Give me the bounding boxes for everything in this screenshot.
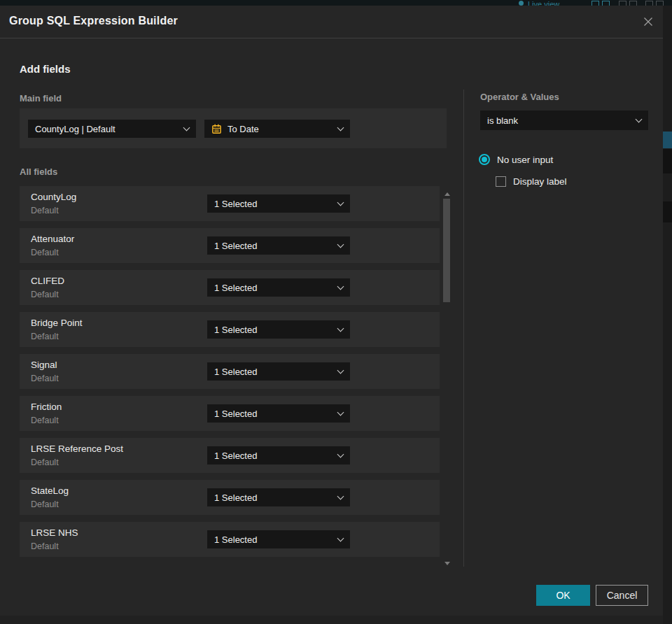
live-view-dot-icon (519, 1, 524, 6)
no-user-input-label: No user input (497, 155, 553, 165)
field-row-clifed: CLIFED Default 1 Selected (20, 270, 440, 305)
selected-count: 1 Selected (214, 199, 257, 209)
live-view-label: Live view (528, 0, 559, 6)
panel-toggle-icon[interactable] (645, 1, 653, 6)
field-name: CountyLog (31, 192, 76, 202)
field-name: LRSE Reference Post (31, 444, 123, 454)
field-sublabel: Default (31, 416, 59, 425)
chevron-down-icon (337, 367, 344, 374)
chevron-down-icon (337, 199, 344, 206)
main-field-panel: CountyLog | Default To Date (20, 108, 447, 148)
checkbox-unchecked-icon (496, 176, 506, 187)
field-selected-dropdown[interactable]: 1 Selected (207, 404, 350, 423)
calendar-date-icon (211, 124, 222, 134)
scrollbar-up-arrow[interactable] (444, 192, 450, 196)
chevron-down-icon (337, 492, 344, 499)
selected-count: 1 Selected (214, 492, 257, 503)
scrollbar-down-arrow[interactable] (444, 562, 450, 565)
field-selected-dropdown[interactable]: 1 Selected (207, 236, 350, 255)
all-fields-label: All fields (20, 166, 57, 177)
panel-toggle-icon[interactable] (602, 1, 610, 6)
display-label-checkbox-option[interactable]: Display label (496, 176, 567, 187)
close-button[interactable] (640, 15, 656, 30)
chevron-down-icon (337, 283, 344, 290)
field-sublabel: Default (31, 374, 59, 383)
main-field-layer-value: CountyLog | Default (35, 124, 115, 134)
field-row-statelog: StateLog Default 1 Selected (20, 480, 440, 515)
chevron-down-icon (337, 124, 344, 131)
main-field-layer-dropdown[interactable]: CountyLog | Default (28, 120, 196, 138)
selected-count: 1 Selected (214, 325, 257, 335)
field-selected-dropdown[interactable]: 1 Selected (207, 530, 350, 548)
main-field-field-dropdown[interactable]: To Date (204, 120, 350, 138)
field-selected-dropdown[interactable]: 1 Selected (207, 278, 350, 297)
field-selected-dropdown[interactable]: 1 Selected (207, 194, 350, 213)
radio-selected-icon (479, 154, 490, 165)
selected-count: 1 Selected (214, 451, 257, 461)
selected-count: 1 Selected (214, 534, 257, 545)
field-name: Signal (31, 360, 57, 370)
chevron-down-icon (636, 115, 643, 122)
field-selected-dropdown[interactable]: 1 Selected (207, 446, 350, 465)
field-row-attenuator: Attenuator Default 1 Selected (20, 228, 440, 263)
dialog-titlebar: Group SQL Expression Builder (0, 6, 663, 38)
field-row-lrse-nhs: LRSE NHS Default 1 Selected (20, 522, 440, 557)
chevron-down-icon (337, 409, 344, 416)
main-field-label: Main field (20, 93, 62, 104)
field-name: Friction (31, 402, 62, 412)
field-selected-dropdown[interactable]: 1 Selected (207, 320, 350, 339)
field-sublabel: Default (31, 458, 59, 467)
field-sublabel: Default (31, 541, 59, 551)
selected-count: 1 Selected (214, 283, 257, 293)
chevron-down-icon (183, 124, 190, 131)
operator-dropdown[interactable]: is blank (480, 111, 648, 130)
main-field-field-value: To Date (227, 124, 259, 134)
field-sublabel: Default (31, 248, 59, 257)
field-sublabel: Default (31, 332, 59, 341)
dialog-title: Group SQL Expression Builder (9, 15, 178, 27)
field-selected-dropdown[interactable]: 1 Selected (207, 362, 350, 381)
field-name: Attenuator (31, 234, 74, 244)
selected-count: 1 Selected (214, 409, 257, 419)
field-name: CLIFED (31, 276, 64, 286)
group-sql-expression-builder-dialog: Group SQL Expression Builder Add fields … (0, 6, 663, 616)
field-row-signal: Signal Default 1 Selected (20, 354, 440, 389)
field-sublabel: Default (31, 290, 59, 299)
field-name: StateLog (31, 485, 69, 496)
scrollbar-thumb[interactable] (443, 199, 450, 302)
field-name: Bridge Point (31, 318, 83, 328)
field-row-lrse-reference-post: LRSE Reference Post Default 1 Selected (20, 438, 440, 473)
close-icon (643, 16, 654, 29)
chevron-down-icon (337, 325, 344, 332)
selected-count: 1 Selected (214, 241, 257, 251)
chevron-down-icon (337, 241, 344, 248)
selected-count: 1 Selected (214, 367, 257, 377)
display-label-text: Display label (513, 176, 567, 187)
field-selected-dropdown[interactable]: 1 Selected (207, 488, 350, 506)
panel-divider (463, 90, 464, 567)
ok-button[interactable]: OK (536, 585, 590, 606)
field-row-countylog: CountyLog Default 1 Selected (20, 186, 440, 221)
backdrop-right-edge (663, 6, 672, 624)
field-sublabel: Default (31, 499, 59, 509)
operator-value: is blank (487, 115, 518, 126)
field-name: LRSE NHS (31, 527, 78, 538)
backdrop-bottom-edge (0, 616, 663, 624)
live-view-tab[interactable]: Live view (519, 0, 559, 6)
field-row-bridge-point: Bridge Point Default 1 Selected (20, 312, 440, 347)
panel-toggle-icon[interactable] (592, 1, 599, 6)
chevron-down-icon (337, 534, 344, 541)
panel-toggle-icon[interactable] (619, 1, 626, 6)
field-sublabel: Default (31, 206, 59, 215)
panel-toggle-icon[interactable] (629, 1, 637, 6)
backdrop-top-bar: Live view (0, 0, 672, 6)
all-fields-list: CountyLog Default 1 Selected Attenuator … (20, 186, 440, 557)
field-row-friction: Friction Default 1 Selected (20, 396, 440, 431)
operator-values-label: Operator & Values (480, 92, 559, 102)
backdrop-highlight (663, 132, 672, 148)
chevron-down-icon (337, 451, 344, 458)
no-user-input-radio-option[interactable]: No user input (479, 154, 553, 165)
cancel-button[interactable]: Cancel (596, 585, 648, 606)
add-fields-heading: Add fields (20, 63, 71, 75)
panel-toggle-icon[interactable] (656, 1, 664, 6)
